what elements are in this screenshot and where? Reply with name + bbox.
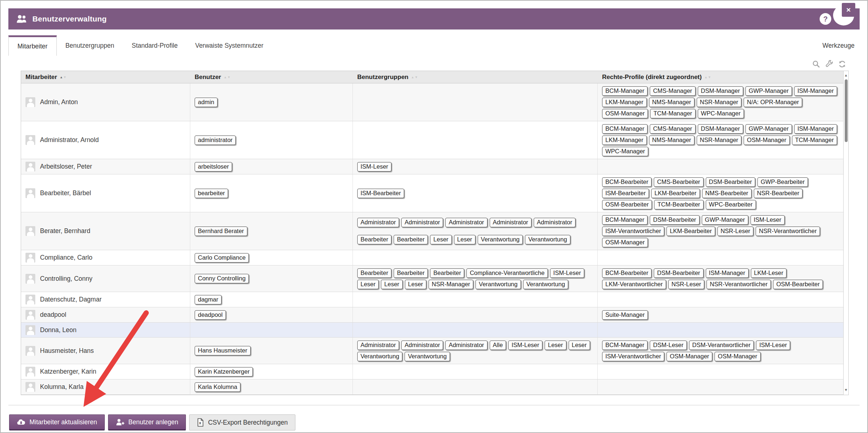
user-badge[interactable]: arbeitsloser <box>195 162 232 172</box>
profile-badge[interactable]: NMS-Manager <box>649 135 694 145</box>
scroll-up-icon[interactable]: ▲ <box>844 73 848 77</box>
profile-badge[interactable]: GWP-Manager <box>745 86 792 96</box>
sort-arrows-icon[interactable]: ▲▼ <box>224 75 231 79</box>
table-row[interactable]: Datenschutz, Dagmardagmar <box>21 292 844 307</box>
profile-badge[interactable]: BCM-Manager <box>602 341 648 350</box>
profile-badge[interactable]: NSR-Bearbeiter <box>754 189 803 198</box>
profile-badge[interactable]: TCM-Manager <box>792 135 837 145</box>
profile-badge[interactable]: LKM-Verantwortlicher <box>602 280 666 289</box>
profile-badge[interactable]: LKM-Bearbeiter <box>666 227 715 236</box>
profile-badge[interactable]: DSM-Bearbeiter <box>650 215 699 225</box>
group-badge[interactable]: ISM-Leser <box>508 341 542 350</box>
profile-badge[interactable]: BCM-Bearbeiter <box>602 268 652 278</box>
profile-badge[interactable]: OSM-Manager <box>602 238 648 247</box>
profile-badge[interactable]: WPC-Manager <box>602 147 648 156</box>
table-row[interactable]: Kredit, KarinKarin KreditAlleBearbeiterI… <box>21 395 844 395</box>
scroll-down-icon[interactable]: ▼ <box>844 388 848 392</box>
sort-arrows-icon[interactable]: ▲▼ <box>411 75 418 79</box>
profile-badge[interactable]: BCM-Manager <box>602 124 648 134</box>
scrollbar-thumb[interactable] <box>845 79 848 142</box>
column-header-3[interactable]: Benutzergruppen▲▼ <box>353 71 598 83</box>
table-row[interactable]: Compliance, CarloCarlo Compliance <box>21 250 844 265</box>
profile-badge[interactable]: LKM-Manager <box>602 135 647 145</box>
profile-badge[interactable]: N/A: OPR-Manager <box>744 98 802 107</box>
profile-badge[interactable]: CMS-Manager <box>650 86 695 96</box>
profile-badge[interactable]: DSM-Leser <box>650 341 686 350</box>
profile-badge[interactable]: BCM-Manager <box>602 215 648 225</box>
group-badge[interactable]: Leser <box>357 280 379 289</box>
group-badge[interactable]: Verantwortung <box>475 280 521 289</box>
user-badge[interactable]: Karla Kolumna <box>195 382 240 392</box>
group-badge[interactable]: Alle <box>490 341 506 350</box>
column-header-1[interactable]: Mitarbeiter▲▼ <box>21 71 190 83</box>
group-badge[interactable]: Administrator <box>401 218 443 227</box>
user-badge[interactable]: Hans Hausmeister <box>195 346 251 355</box>
table-row[interactable]: Berater, BernhardBernhard BeraterAdminis… <box>21 212 844 250</box>
user-badge[interactable]: administrator <box>195 135 236 145</box>
profile-badge[interactable]: GWP-Manager <box>702 215 748 225</box>
profile-badge[interactable]: NMS-Bearbeiter <box>702 189 752 198</box>
user-badge[interactable]: deadpool <box>195 310 226 320</box>
user-badge[interactable]: Conny Controlling <box>195 274 249 283</box>
table-row[interactable]: Administrator, ArnoldadministratorBCM-Ma… <box>21 121 844 159</box>
profile-badge[interactable]: ISM-Manager <box>794 86 837 96</box>
profile-badge[interactable]: OSM-Manager <box>602 109 648 118</box>
group-badge[interactable]: Verantwortung <box>523 280 568 289</box>
profile-badge[interactable]: Suite-Manager <box>602 310 648 320</box>
table-row[interactable]: Admin, AntonadminBCM-ManagerCMS-ManagerD… <box>21 83 844 121</box>
tools-link[interactable]: Werkzeuge <box>823 35 855 56</box>
table-scrollbar[interactable]: ▲ ▼ <box>843 71 848 395</box>
group-badge[interactable]: Administrator <box>534 218 576 227</box>
table-row[interactable]: Arbeitsloser, PeterarbeitsloserISM-Leser <box>21 159 844 174</box>
profile-badge[interactable]: BCM-Manager <box>602 86 648 96</box>
profile-badge[interactable]: GWP-Manager <box>745 124 792 134</box>
update-employees-button[interactable]: Mitarbeiter aktualisieren <box>9 414 105 430</box>
column-header-2[interactable]: Benutzer▲▼ <box>190 71 353 83</box>
group-badge[interactable]: Administrator <box>357 218 399 227</box>
group-badge[interactable]: ISM-Leser <box>550 268 584 278</box>
profile-badge[interactable]: ISM-Bearbeiter <box>602 189 649 198</box>
user-badge[interactable]: Bernhard Berater <box>195 227 247 236</box>
profile-badge[interactable]: NSR-Manager <box>697 135 741 145</box>
group-badge[interactable]: Administrator <box>445 341 487 350</box>
group-badge[interactable]: NSR-Manager <box>429 280 473 289</box>
table-row[interactable]: Katzenberger, KarinKarin Katzenberger <box>21 364 844 379</box>
group-badge[interactable]: Bearbeiter <box>430 268 464 278</box>
group-badge[interactable]: Leser <box>454 235 475 244</box>
profile-badge[interactable]: DSM-Bearbeiter <box>654 268 703 278</box>
profile-badge[interactable]: NSR-Verantwortlicher <box>706 280 771 289</box>
group-badge[interactable]: Administrator <box>401 341 443 350</box>
profile-badge[interactable]: LKM-Leser <box>751 268 787 278</box>
profile-badge[interactable]: OSM-Manager <box>666 352 712 361</box>
profile-badge[interactable]: NSR-Manager <box>697 98 741 107</box>
profile-badge[interactable]: WPC-Manager <box>698 109 744 118</box>
group-badge[interactable]: Leser <box>381 280 402 289</box>
group-badge[interactable]: Leser <box>545 341 566 350</box>
group-badge[interactable]: Leser <box>569 341 590 350</box>
group-badge[interactable]: Administrator <box>490 218 531 227</box>
group-badge[interactable]: Administrator <box>445 218 487 227</box>
profile-badge[interactable]: DSM-Verantwortlicher <box>689 341 754 350</box>
profile-badge[interactable]: OSM-Manager <box>744 135 789 145</box>
group-badge[interactable]: Bearbeiter <box>357 268 391 278</box>
profile-badge[interactable]: OSM-Manager <box>714 352 760 361</box>
refresh-icon[interactable] <box>838 60 846 68</box>
tab-mitarbeiter[interactable]: Mitarbeiter <box>8 35 57 56</box>
user-badge[interactable]: admin <box>195 98 218 107</box>
profile-badge[interactable]: BCM-Bearbeiter <box>602 177 652 187</box>
profile-badge[interactable]: ISM-Leser <box>756 341 790 350</box>
profile-badge[interactable]: DSM-Manager <box>698 86 743 96</box>
group-badge[interactable]: ISM-Bearbeiter <box>357 189 404 198</box>
tab-standard-profile[interactable]: Standard-Profile <box>123 35 186 56</box>
group-badge[interactable]: Bearbeiter <box>357 235 391 244</box>
group-badge[interactable]: Bearbeiter <box>394 268 428 278</box>
profile-badge[interactable]: ISM-Manager <box>794 124 837 134</box>
group-badge[interactable]: Verantwortung <box>357 352 402 361</box>
group-badge[interactable]: Compliance-Verantwortliche <box>466 268 548 278</box>
profile-badge[interactable]: ISM-Leser <box>750 215 785 225</box>
profile-badge[interactable]: TCM-Manager <box>650 109 695 118</box>
profile-badge[interactable]: CMS-Manager <box>650 124 695 134</box>
tab-benutzergruppen[interactable]: Benutzergruppen <box>57 35 123 56</box>
group-badge[interactable]: Verantwortung <box>478 235 523 244</box>
close-button[interactable]: × <box>842 3 855 17</box>
